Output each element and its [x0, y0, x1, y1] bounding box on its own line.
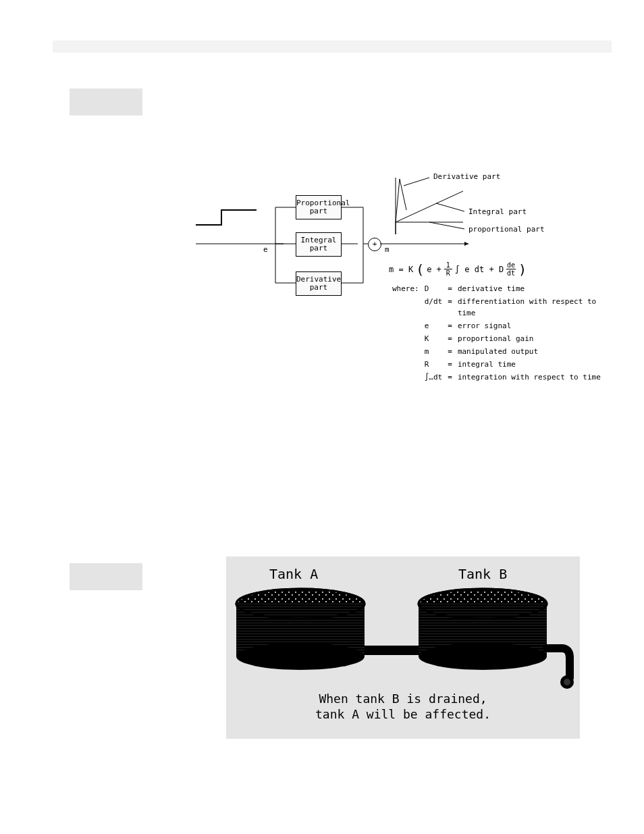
where-5-d: integral time: [456, 359, 606, 370]
where-0-d: derivative time: [456, 283, 606, 294]
where-4-s: m: [423, 346, 445, 357]
label-m: m: [385, 245, 390, 254]
where-2-s: e: [423, 320, 445, 332]
svg-line-14: [436, 203, 464, 211]
graph-lbl-int: Integral part: [468, 207, 527, 216]
box-int-l2: part: [296, 244, 341, 253]
box-integral: Integral part: [296, 232, 342, 257]
where-6-s: ∫…dt: [423, 371, 445, 383]
where-3-s: K: [423, 333, 445, 344]
page: e Proportional part Integral part Deriva…: [0, 0, 644, 834]
tanks-caption: When tank B is drained, tank A will be a…: [226, 692, 580, 722]
response-graph-icon: [389, 175, 477, 242]
tanks-caption-l1: When tank B is drained,: [226, 692, 580, 707]
box-der-l2: part: [296, 284, 341, 292]
eq-mk: m = K: [389, 265, 413, 274]
svg-point-27: [419, 643, 547, 670]
callout-box-a: [70, 88, 142, 115]
figure-pid-diagram: e Proportional part Integral part Deriva…: [196, 175, 608, 388]
equation: m = K ( e + 1 R ∫ e dt + D de dt ): [389, 261, 527, 277]
where-0-s: D: [423, 283, 445, 294]
tanks-caption-l2: tank A will be affected.: [226, 707, 580, 723]
svg-line-15: [429, 222, 464, 229]
summing-junction-icon: +: [368, 238, 381, 251]
eq-R: R: [446, 269, 450, 277]
eq-int: ∫ e dt + D: [455, 265, 504, 274]
graph-lbl-deriv: Derivative part: [433, 172, 500, 181]
label-tank-a: Tank A: [269, 566, 318, 582]
where-1-d: differentiation with respect to time: [456, 296, 606, 319]
eq-1: 1: [446, 261, 450, 269]
label-e: e: [263, 245, 268, 254]
graph-lbl-prop: proportional part: [468, 225, 545, 234]
top-rule: [53, 41, 612, 53]
svg-rect-29: [365, 646, 419, 655]
box-proportional: Proportional part: [296, 195, 342, 219]
where-block: where: D= derivative time d/dt= differen…: [389, 282, 608, 384]
svg-point-23: [236, 643, 365, 670]
label-tank-b: Tank B: [458, 566, 507, 582]
eq-e: e +: [427, 265, 441, 274]
where-1-s: d/dt: [423, 296, 445, 319]
svg-line-13: [404, 178, 429, 186]
where-2-d: error signal: [456, 320, 606, 332]
eq-de: de: [507, 261, 515, 269]
figure-tanks: Tank A Tank B: [226, 556, 580, 739]
where-6-d: integration with respect to time: [456, 371, 606, 383]
box-derivative: Derivative part: [296, 271, 342, 296]
callout-box-b: [70, 563, 142, 590]
eq-dt: dt: [507, 269, 515, 277]
where-3-d: proportional gain: [456, 333, 606, 344]
box-prop-l2: part: [296, 207, 341, 215]
where-5-s: R: [423, 359, 445, 370]
tanks-illustration-icon: [226, 583, 580, 692]
where-label: where:: [390, 283, 421, 294]
svg-point-31: [564, 679, 570, 685]
where-4-d: manipulated output: [456, 346, 606, 357]
